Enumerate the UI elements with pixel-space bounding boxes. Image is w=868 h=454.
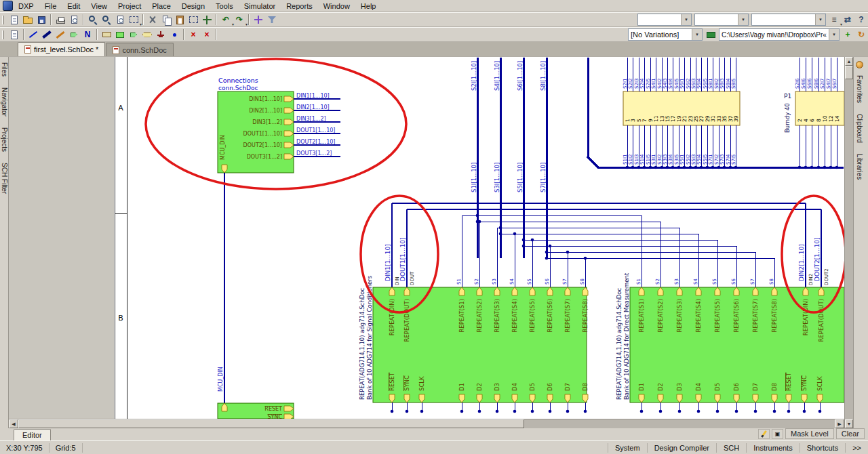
net-label[interactable]: S1I1 <box>623 154 628 165</box>
bus-net-label[interactable]: S5I[1...10] <box>517 163 524 192</box>
junction-dot[interactable] <box>723 166 726 169</box>
net-label[interactable]: S1 <box>636 278 642 285</box>
junction-dot[interactable] <box>803 410 806 413</box>
junction-dot[interactable] <box>631 166 635 169</box>
sheet-entry-label[interactable]: D1 <box>458 383 465 391</box>
junction-dot[interactable] <box>654 166 658 169</box>
sheet-entry-label[interactable]: RESET <box>264 406 282 412</box>
place-junction-icon[interactable] <box>167 28 181 41</box>
toolbar-grip[interactable] <box>2 16 4 24</box>
sheet-entry-label[interactable]: REPEAT(S4) <box>695 299 702 333</box>
connector-name[interactable]: Burndy 40 <box>784 103 791 133</box>
sheet-entry-label[interactable]: REPEAT(DOUT) <box>818 299 825 342</box>
place-net-label-icon[interactable]: N <box>81 28 94 41</box>
zoom-area-icon[interactable]: ▾ <box>127 13 140 26</box>
sheet-entry-label[interactable]: D2 <box>476 383 483 391</box>
net-label[interactable]: S7I1 <box>708 154 713 165</box>
connector-pin-number[interactable]: 2 <box>797 119 803 122</box>
port-name-label[interactable]: DOUT <box>410 271 415 285</box>
sheet-entry-label[interactable]: REPEAT(S7) <box>752 299 759 333</box>
menu-simulator[interactable]: Simulator <box>239 1 281 12</box>
junction-dot[interactable] <box>666 166 669 169</box>
scroll-left-button[interactable]: ◀ <box>9 419 18 428</box>
menu-tools[interactable]: Tools <box>210 1 239 12</box>
sheet-entry-label[interactable]: D5 <box>529 383 536 391</box>
junction-dot[interactable] <box>499 232 502 236</box>
net-label[interactable]: S4I6 <box>801 78 806 89</box>
net-label[interactable]: S6I1 <box>679 79 685 89</box>
print-preview-icon[interactable] <box>67 13 81 26</box>
net-label[interactable]: S1I2 <box>628 154 633 165</box>
sheet-entry-label[interactable]: DIN1[1...10] <box>249 96 282 102</box>
junction-dot[interactable] <box>643 166 646 169</box>
junction-dot[interactable] <box>787 410 791 413</box>
net-label[interactable]: S5I5 <box>703 154 708 165</box>
panel-tab-libraries[interactable]: Libraries <box>856 148 863 185</box>
junction-dot[interactable] <box>677 166 681 169</box>
panel-tab-files[interactable]: Files <box>1 57 8 82</box>
scroll-right-button[interactable]: ▶ <box>835 419 844 428</box>
net-label[interactable]: S4I2 <box>657 79 663 89</box>
status-panel-sch[interactable]: SCH <box>716 443 746 453</box>
horizontal-scroll-thumb[interactable] <box>18 419 524 428</box>
connector-pin-number[interactable]: 7 <box>642 119 648 122</box>
sheet-entry-label[interactable]: REPEAT(S6) <box>547 299 553 333</box>
move-selection-icon[interactable] <box>200 13 214 26</box>
toolbar-combo-3-dropdown-arrow[interactable]: ▼ <box>815 14 825 25</box>
junction-dot[interactable] <box>531 239 534 242</box>
toolbar-combo-2-dropdown-arrow[interactable]: ▼ <box>738 14 748 25</box>
menu-reports[interactable]: Reports <box>281 1 318 12</box>
connector-pin-number[interactable]: 17 <box>670 115 676 122</box>
place-sheet-symbol-icon[interactable] <box>113 28 127 41</box>
net-label[interactable]: S5I2 <box>686 154 691 165</box>
junction-dot[interactable] <box>818 410 822 413</box>
junction-dot[interactable] <box>773 410 776 413</box>
place-bus-icon[interactable] <box>40 28 54 41</box>
sheet-entry-label[interactable]: REPEAT(S2) <box>657 299 664 333</box>
sheet-symbol-designator[interactable]: REPEAT(ADG714,1,10) adg714.SchDoc <box>616 288 623 400</box>
junction-dot[interactable] <box>499 226 502 230</box>
junction-dot[interactable] <box>817 166 821 169</box>
junction-dot[interactable] <box>522 245 526 248</box>
net-label[interactable]: S2I7 <box>820 79 825 89</box>
sheet-entry-label[interactable]: REPEAT(S7) <box>564 299 571 333</box>
mask-level-button[interactable]: Mask Level <box>785 428 834 439</box>
net-label[interactable]: DIN3[1...2] <box>296 116 326 122</box>
place-part-icon[interactable] <box>100 28 113 41</box>
refresh-view-icon[interactable]: ↻ <box>854 28 868 41</box>
sheet-entry-label[interactable]: D8 <box>771 383 778 391</box>
junction-dot[interactable] <box>476 214 479 218</box>
connector-pin-number[interactable]: 31 <box>710 115 716 122</box>
sheet-entry-label[interactable]: SCLK <box>816 376 823 391</box>
net-label[interactable]: S4I5 <box>674 79 679 89</box>
junction-dot[interactable] <box>649 166 652 169</box>
toolbar-grip[interactable] <box>2 30 4 39</box>
net-label[interactable]: S8I1 <box>708 79 713 89</box>
sheet-entry-label[interactable]: D7 <box>752 383 759 391</box>
net-label[interactable]: S7I4 <box>726 154 731 165</box>
port-name-label[interactable]: DOUT2 <box>824 268 829 285</box>
notification-icon[interactable] <box>856 61 863 68</box>
connector-pin-number[interactable]: 39 <box>733 115 739 122</box>
place-signal-harness-icon[interactable] <box>54 28 67 41</box>
zoom-in-icon[interactable] <box>86 13 100 26</box>
sheet-entry-label[interactable]: D4 <box>695 383 702 391</box>
toolbar-combo-1[interactable]: ▼ <box>637 14 692 26</box>
menu-design[interactable]: Design <box>176 1 210 12</box>
menu-window[interactable]: Window <box>318 1 355 12</box>
toolbar-combo-2[interactable]: ▼ <box>694 14 749 26</box>
status-panel-instruments[interactable]: Instruments <box>746 443 799 453</box>
status-panel-shortcuts[interactable]: Shortcuts <box>800 443 845 453</box>
redo-icon[interactable]: ↷▾ <box>233 13 246 26</box>
connector-pin-number[interactable]: 27 <box>698 115 705 122</box>
menu-help[interactable]: Help <box>355 1 382 12</box>
menu-edit[interactable]: Edit <box>62 1 85 12</box>
net-label[interactable]: S8I4 <box>726 78 731 89</box>
sheet-entry-label[interactable]: D2 <box>657 383 664 391</box>
junction-dot[interactable] <box>716 410 719 413</box>
junction-dot[interactable] <box>531 410 534 413</box>
junction-dot[interactable] <box>754 410 757 413</box>
place-power-port-icon[interactable] <box>154 28 167 41</box>
net-label[interactable]: S2I1 <box>623 79 628 89</box>
junction-dot[interactable] <box>835 166 839 169</box>
